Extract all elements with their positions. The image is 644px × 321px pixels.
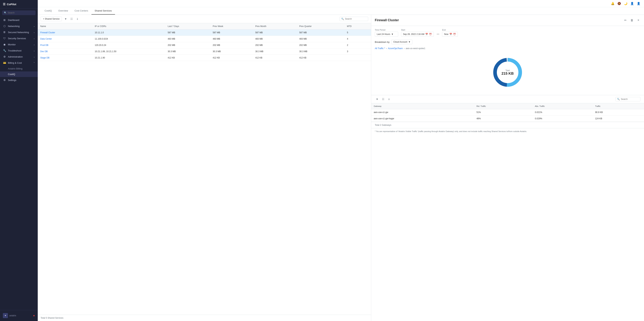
sidebar-item-networking[interactable]: ⬡ Networking ⌄ — [0, 23, 38, 29]
row-name[interactable]: Prod DB — [40, 44, 48, 46]
table-row[interactable]: Data Center 11.100.0.0/24 483 MB 483 MB … — [38, 36, 371, 42]
row-name[interactable]: Dev DB — [40, 50, 48, 53]
table-row[interactable]: Stage DB 10.21.1.90 412 KB 412 KB 412 KB… — [38, 55, 371, 61]
moon-icon[interactable]: 🌙 — [624, 2, 628, 5]
row-prev-week: 483 MB — [210, 36, 253, 42]
time-period-label: Time Period — [375, 29, 398, 31]
sidebar-item-label: Settings — [8, 79, 35, 82]
row-name[interactable]: Stage DB — [40, 57, 50, 59]
detail-row-rel-traffic: 51% — [474, 109, 532, 115]
sidebar-item-label: Networking — [8, 25, 32, 28]
settings-icon: ⚙ — [3, 79, 6, 82]
col-last7: Last 7 Days — [165, 23, 210, 30]
app-name: CoPilot — [7, 3, 16, 6]
filter-icon-button[interactable]: ▼ — [63, 17, 68, 21]
tab-shared-services[interactable]: Shared Services — [92, 7, 115, 15]
table-row[interactable]: Prod DB 120.20.0.24 202 MB 202 MB 202 MB… — [38, 42, 371, 48]
row-mtd: 3 — [344, 48, 371, 55]
end-date-field[interactable]: Now 📅 ⏰ — [442, 32, 458, 37]
end-group: End Now 📅 ⏰ — [442, 29, 458, 37]
alert-icon[interactable]: ● — [33, 314, 35, 317]
menu-icon[interactable]: ☰ — [3, 3, 6, 6]
col-gateway: Gateway — [371, 103, 474, 109]
table-search-input[interactable] — [345, 18, 366, 20]
left-panel-toolbar: + Shared Service ▼ ☷ ⇓ 🔍 — [38, 15, 371, 23]
close-button[interactable]: × — [636, 18, 640, 23]
detail-data-table: Gateway Rel. Traffic Abs. Traffic Traffi… — [371, 103, 644, 122]
sidebar-item-administration[interactable]: ⚙ Administration ⌄ — [0, 54, 38, 60]
chart-area: Total 215 KB — [375, 53, 640, 92]
content-area: + Shared Service ▼ ☷ ⇓ 🔍 Name IP or CIDR… — [38, 15, 644, 321]
bell-icon[interactable]: 🔕 — [618, 2, 621, 5]
row-last7: 483 MB — [165, 36, 210, 42]
download-icon-button[interactable]: ⇓ — [75, 17, 80, 21]
detail-row-traffic: 124 KB — [592, 115, 644, 122]
row-prev-week: 587 MB — [210, 30, 253, 36]
search-input[interactable] — [8, 12, 34, 14]
col-prev-quarter: Prev Quarter — [297, 23, 344, 30]
sidebar-item-dashboard[interactable]: ⊞ Dashboard — [0, 17, 38, 23]
sidebar-item-monitor[interactable]: ◉ Monitor ⌄ — [0, 41, 38, 48]
table-row[interactable]: Firewall Cluster 10.11.1.0 587 MB 587 MB… — [38, 30, 371, 36]
breadcrumb-item-azureops[interactable]: AzureOpsTeam — [388, 47, 403, 50]
row-ip: 120.20.0.24 — [92, 42, 165, 48]
detail-table-row[interactable]: aws-use-s1-gw-hagw 48% 0.029% 124 KB — [371, 115, 644, 122]
sidebar-item-aviatrix-billing[interactable]: Aviatrix Billing — [0, 66, 38, 71]
row-mtd: 2 — [344, 42, 371, 48]
detail-search-input[interactable] — [621, 98, 639, 100]
columns-icon-button[interactable]: ☷ — [69, 17, 74, 21]
user-circle-icon[interactable]: 👤 — [630, 2, 634, 5]
tab-costiq[interactable]: CostIQ — [41, 7, 55, 15]
delete-button[interactable]: 🗑 — [630, 18, 634, 23]
row-prev-month: 483 MB — [253, 36, 297, 42]
detail-row-gateway: aws-use-s1-gw-hagw — [371, 115, 474, 122]
time-period-select[interactable]: Last 24 Hours ▼ — [375, 32, 398, 37]
row-name[interactable]: Data Center — [40, 38, 52, 40]
tab-overview[interactable]: Overview — [55, 7, 71, 15]
row-name[interactable]: Firewall Cluster — [40, 31, 55, 34]
row-prev-week: 412 KB — [210, 55, 253, 61]
clock-icon: ⏰ — [429, 33, 432, 36]
sidebar-item-billing-cost[interactable]: 💳 Billing & Cost ⌃ — [0, 60, 38, 66]
bell-alert-icon[interactable]: 🔔 — [611, 2, 614, 5]
sidebar-item-troubleshoot[interactable]: 🔧 Troubleshoot ⌄ — [0, 48, 38, 54]
left-panel: + Shared Service ▼ ☷ ⇓ 🔍 Name IP or CIDR… — [38, 15, 371, 321]
donut-total-label: Total — [502, 69, 514, 71]
download-icon-button[interactable]: ⇓ — [387, 97, 391, 101]
sidebar-item-secured-networking[interactable]: ⛨ Secured Networking ⌄ — [0, 29, 38, 35]
detail-title: Firewall Cluster — [375, 18, 622, 22]
row-last7: 412 KB — [165, 55, 210, 61]
breadcrumb: All Traffic * › AzureOpsTeam › aws-us-we… — [375, 47, 640, 50]
user-icon[interactable]: 👤 — [637, 2, 640, 5]
row-prev-month: 202 MB — [253, 42, 297, 48]
sidebar-item-security-services[interactable]: 🛡 Security Services ⌄ — [0, 35, 38, 41]
breadcrumb-separator: › — [404, 47, 405, 50]
sidebar-item-label: Dashboard — [8, 19, 35, 22]
breakdown-row: Breakdown by Cloud Account ▼ — [375, 40, 640, 44]
detail-header: Firewall Cluster ✏ 🗑 × — [371, 15, 644, 26]
sidebar-item-label: Security Services — [8, 37, 32, 40]
donut-center: Total 215 KB — [502, 69, 514, 76]
end-label: End — [442, 29, 458, 31]
table-footer: Total 5 Shared Services — [38, 315, 371, 321]
sidebar-item-label: Secured Networking — [8, 31, 32, 34]
detail-table-row[interactable]: aws-use-s1-gw 51% 0.021% 90.9 KB — [371, 109, 644, 115]
filter-icon-button[interactable]: ▼ — [375, 97, 380, 101]
sidebar-item-costiq[interactable]: CostIQ — [0, 71, 38, 77]
sidebar-item-settings[interactable]: ⚙ Settings — [0, 77, 38, 83]
start-group: Start Sep 28, 2022 2:18 AM 📅 ⏰ — [401, 29, 434, 37]
start-date-field[interactable]: Sep 28, 2022 2:18 AM 📅 ⏰ — [401, 32, 434, 37]
breakdown-select[interactable]: Cloud Account ▼ — [391, 40, 412, 44]
admin-icon: ⚙ — [3, 55, 6, 58]
columns-icon-button[interactable]: ☷ — [381, 97, 386, 101]
search-icon: 🔍 — [341, 18, 344, 20]
breadcrumb-item-spoke: aws-us-west-spoke1 — [406, 47, 425, 50]
row-last7: 587 MB — [165, 30, 210, 36]
table-row[interactable]: Dev DB 10.21.1.89, 10.21.1.50 30.3 MB 30… — [38, 48, 371, 55]
row-mtd — [344, 55, 371, 61]
add-shared-service-button[interactable]: + Shared Service — [40, 17, 62, 21]
tab-cost-centers[interactable]: Cost Centers — [71, 7, 92, 15]
breadcrumb-item-all-traffic[interactable]: All Traffic * — [375, 47, 385, 50]
edit-button[interactable]: ✏ — [623, 18, 628, 23]
sidebar-search-box[interactable]: 🔍 — [2, 11, 36, 15]
